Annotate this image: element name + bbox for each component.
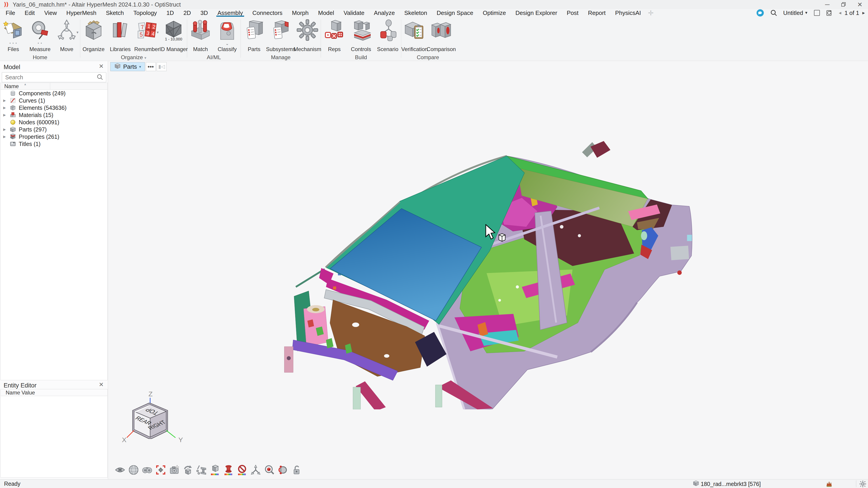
menu-sketch[interactable]: Sketch bbox=[101, 9, 129, 17]
menu-morph[interactable]: Morph bbox=[287, 9, 313, 17]
view-sphere-button[interactable] bbox=[127, 464, 140, 476]
expand-arrow-icon[interactable]: ▶ bbox=[1, 127, 8, 131]
ribbon-item-organize[interactable]: Organize bbox=[80, 18, 107, 53]
restore-button[interactable] bbox=[835, 0, 852, 9]
ribbon-item-mechanism[interactable]: Mechanism bbox=[294, 18, 321, 53]
menu-assembly[interactable]: Assembly bbox=[213, 9, 248, 17]
triad-button[interactable] bbox=[249, 464, 262, 476]
menu-connectors[interactable]: Connectors bbox=[248, 9, 287, 17]
entity-editor-close-icon[interactable]: ✕ bbox=[98, 381, 105, 388]
add-menu-icon[interactable]: ✛ bbox=[646, 9, 656, 17]
ribbon-item-libraries[interactable]: Libraries bbox=[107, 18, 133, 53]
tree-item-nodes[interactable]: Nodes (600091) bbox=[1, 119, 107, 126]
document-selector[interactable]: Untitled ▼ bbox=[783, 9, 808, 17]
plot-markers-button[interactable] bbox=[195, 464, 208, 476]
more-options-button[interactable]: ••• bbox=[146, 62, 156, 71]
quick-access-bar: Untitled ▼ ◂ 1 of 1 ▸ bbox=[756, 9, 865, 17]
search-input[interactable] bbox=[2, 74, 96, 80]
ribbon-item-classify[interactable]: ⌄Classify bbox=[214, 18, 241, 53]
menu-topology[interactable]: Topology bbox=[129, 9, 162, 17]
menu-report[interactable]: Report bbox=[583, 9, 610, 17]
tree-item-titles[interactable]: Titles (1) bbox=[1, 140, 107, 148]
page-refresh-icon[interactable] bbox=[826, 9, 833, 17]
menu-model[interactable]: Model bbox=[313, 9, 339, 17]
tree-item-curves[interactable]: ▶Curves (1) bbox=[1, 97, 107, 104]
chevron-down-icon[interactable]: ⌄ bbox=[225, 42, 229, 46]
expand-arrow-icon[interactable]: ▶ bbox=[1, 113, 8, 117]
column-divider[interactable] bbox=[50, 83, 50, 90]
menu-physicsai[interactable]: PhysicsAI bbox=[610, 9, 646, 17]
tree-header[interactable]: Name ▲ bbox=[1, 83, 107, 90]
color-by-property-button[interactable] bbox=[222, 464, 235, 476]
menu-analyze[interactable]: Analyze bbox=[369, 9, 400, 17]
ribbon-item-move[interactable]: ▾Move bbox=[53, 18, 80, 53]
skip-to-start-button[interactable]: ▮◁ bbox=[157, 62, 166, 71]
ribbon-item-reps[interactable]: Reps bbox=[321, 18, 348, 53]
color-by-component-button[interactable] bbox=[209, 464, 221, 476]
menu-1d[interactable]: 1D bbox=[162, 9, 179, 17]
expand-arrow-icon[interactable]: ▶ bbox=[1, 135, 8, 139]
ribbon-item-match[interactable]: Match bbox=[187, 18, 214, 53]
menu-skeleton[interactable]: Skeleton bbox=[400, 9, 432, 17]
next-page-icon[interactable]: ▸ bbox=[862, 10, 865, 16]
menu-design-space[interactable]: Design Space bbox=[432, 9, 478, 17]
properties-icon bbox=[8, 133, 18, 140]
expand-arrow-icon[interactable]: ▶ bbox=[1, 106, 8, 110]
tree-item-components[interactable]: Components (249) bbox=[1, 90, 107, 97]
ribbon-item-subsystems[interactable]: Subsystems bbox=[268, 18, 294, 53]
menu-post[interactable]: Post bbox=[562, 9, 583, 17]
find-button[interactable] bbox=[141, 464, 153, 476]
ribbon-item-files[interactable]: • • •Files bbox=[0, 18, 27, 53]
ribbon-group-build: RepsControlsScenarioBuild bbox=[321, 17, 401, 61]
chevron-down-icon[interactable]: ▾ bbox=[157, 30, 159, 35]
fit-view-button[interactable] bbox=[154, 464, 167, 476]
reverse-display-button[interactable] bbox=[182, 464, 194, 476]
view-cube[interactable]: Z TOP REAR RIGHT X Y bbox=[121, 390, 184, 446]
tree-item-parts[interactable]: ▶Parts (297) bbox=[1, 126, 107, 133]
files-icon bbox=[1, 18, 26, 42]
settings-gear-icon[interactable] bbox=[859, 480, 867, 488]
name-column-header[interactable]: Name bbox=[4, 83, 19, 90]
model-viewport[interactable]: Parts ▾ ••• ▮◁ bbox=[108, 61, 868, 479]
car-model-3d[interactable] bbox=[283, 131, 704, 410]
ribbon-item-controls[interactable]: Controls bbox=[348, 18, 374, 53]
ribbon-item-id-manager[interactable]: 1 - 10,000ID Manager bbox=[160, 18, 187, 53]
menu-design-explorer[interactable]: Design Explorer bbox=[510, 9, 562, 17]
new-page-icon[interactable] bbox=[814, 10, 820, 16]
close-button[interactable]: ✕ bbox=[852, 0, 868, 9]
chat-assistant-icon[interactable] bbox=[756, 9, 764, 17]
visibility-button[interactable] bbox=[114, 464, 126, 476]
chevron-down-icon[interactable]: ▾ bbox=[76, 30, 79, 35]
menu-edit[interactable]: Edit bbox=[20, 9, 39, 17]
ribbon-item-comparison[interactable]: Comparison bbox=[428, 18, 455, 53]
ribbon-item-measure[interactable]: • •Measure bbox=[27, 18, 53, 53]
ribbon-item-renumber[interactable]: 751234▾Renumber bbox=[133, 18, 160, 53]
performance-icon[interactable] bbox=[826, 480, 833, 488]
menu-3d[interactable]: 3D bbox=[196, 9, 213, 17]
tree-item-properties[interactable]: ▶Properties (261) bbox=[1, 133, 107, 140]
ribbon-item-verification[interactable]: Verification bbox=[401, 18, 428, 53]
model-search[interactable] bbox=[2, 72, 106, 82]
menu-hypermesh[interactable]: HyperMesh bbox=[62, 9, 101, 17]
menu-validate[interactable]: Validate bbox=[339, 9, 369, 17]
color-off-button[interactable] bbox=[236, 464, 248, 476]
tree-item-elements[interactable]: ▶Elements (543636) bbox=[1, 104, 107, 111]
entity-review-button[interactable] bbox=[263, 464, 276, 476]
current-entity[interactable]: 180_rad...mebrkt3 [576] bbox=[692, 480, 761, 488]
prev-page-icon[interactable]: ◂ bbox=[839, 10, 841, 16]
expand-arrow-icon[interactable]: ▶ bbox=[1, 98, 8, 103]
tree-item-materials[interactable]: ▶Materials (15) bbox=[1, 111, 107, 119]
ribbon-item-scenario[interactable]: Scenario bbox=[374, 18, 401, 53]
model-panel-close-icon[interactable]: ✕ bbox=[98, 63, 105, 70]
clip-plane-button[interactable] bbox=[276, 464, 289, 476]
unlock-button[interactable] bbox=[290, 464, 303, 476]
ribbon-item-parts[interactable]: Parts bbox=[241, 18, 268, 53]
entity-filter-button[interactable]: Parts ▾ bbox=[110, 62, 145, 71]
menu-file[interactable]: File bbox=[1, 9, 20, 17]
search-icon[interactable] bbox=[770, 9, 777, 17]
screenshot-button[interactable] bbox=[168, 464, 181, 476]
menu-view[interactable]: View bbox=[39, 9, 62, 17]
menu-2d[interactable]: 2D bbox=[179, 9, 195, 17]
minimize-button[interactable]: ─ bbox=[819, 0, 835, 9]
menu-optimize[interactable]: Optimize bbox=[478, 9, 511, 17]
